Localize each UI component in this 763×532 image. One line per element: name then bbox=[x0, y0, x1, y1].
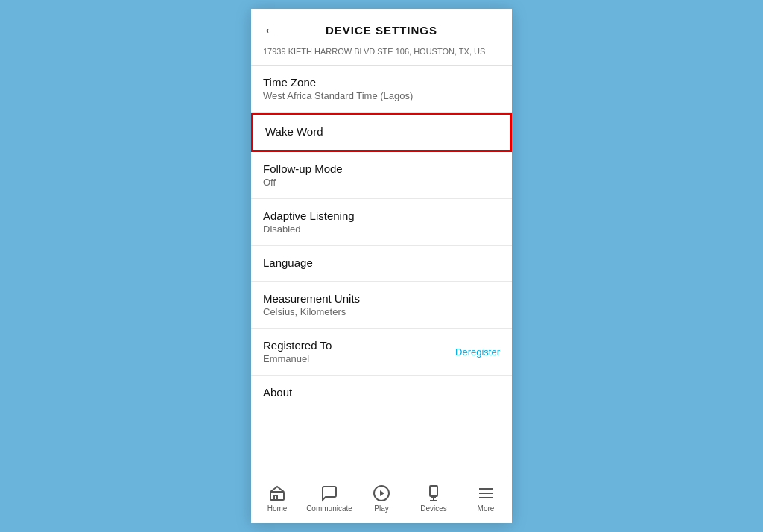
nav-communicate-label: Communicate bbox=[306, 504, 352, 513]
registered-to-title: Registered To bbox=[263, 339, 332, 352]
settings-item-registered-to[interactable]: Registered To Emmanuel Deregister bbox=[251, 329, 512, 376]
deregister-button[interactable]: Deregister bbox=[455, 346, 500, 358]
page-title: DEVICE SETTINGS bbox=[326, 24, 437, 37]
nav-item-communicate[interactable]: Communicate bbox=[303, 484, 355, 513]
nav-home-label: Home bbox=[267, 504, 288, 513]
settings-list: Time Zone West Africa Standard Time (Lag… bbox=[251, 66, 512, 475]
bottom-nav: Home Communicate Play Devices bbox=[251, 475, 512, 523]
svg-rect-4 bbox=[430, 486, 437, 496]
nav-item-devices[interactable]: Devices bbox=[408, 484, 460, 513]
nav-item-more[interactable]: More bbox=[460, 484, 512, 513]
back-button[interactable]: ← bbox=[263, 22, 278, 39]
settings-item-time-zone[interactable]: Time Zone West Africa Standard Time (Lag… bbox=[251, 66, 512, 113]
adaptive-listening-subtitle: Disabled bbox=[263, 224, 500, 235]
nav-item-play[interactable]: Play bbox=[355, 484, 408, 513]
nav-play-label: Play bbox=[374, 504, 388, 513]
devices-icon bbox=[425, 484, 443, 502]
measurement-units-subtitle: Celsius, Kilometers bbox=[263, 306, 500, 317]
settings-item-adaptive-listening[interactable]: Adaptive Listening Disabled bbox=[251, 199, 512, 246]
settings-item-follow-up-mode[interactable]: Follow-up Mode Off bbox=[251, 152, 512, 199]
device-address: 17939 KIETH HARROW BLVD STE 106, HOUSTON… bbox=[251, 44, 512, 66]
play-icon bbox=[373, 484, 390, 502]
about-title: About bbox=[263, 386, 500, 399]
time-zone-title: Time Zone bbox=[263, 76, 500, 89]
registered-to-subtitle: Emmanuel bbox=[263, 353, 332, 364]
time-zone-subtitle: West Africa Standard Time (Lagos) bbox=[263, 90, 500, 101]
svg-rect-1 bbox=[274, 495, 277, 500]
communicate-icon bbox=[320, 484, 338, 502]
adaptive-listening-title: Adaptive Listening bbox=[263, 209, 500, 222]
settings-item-about[interactable]: About bbox=[251, 376, 512, 411]
more-icon bbox=[477, 484, 495, 502]
nav-more-label: More bbox=[478, 504, 495, 513]
phone-container: ← DEVICE SETTINGS 17939 KIETH HARROW BLV… bbox=[251, 9, 512, 523]
svg-marker-3 bbox=[380, 490, 384, 496]
wake-word-title: Wake Word bbox=[265, 125, 498, 138]
header: ← DEVICE SETTINGS bbox=[251, 9, 512, 44]
follow-up-mode-title: Follow-up Mode bbox=[263, 162, 500, 175]
settings-item-wake-word[interactable]: Wake Word bbox=[251, 113, 512, 152]
home-icon bbox=[268, 484, 286, 502]
nav-item-home[interactable]: Home bbox=[251, 484, 303, 513]
follow-up-mode-subtitle: Off bbox=[263, 177, 500, 188]
language-title: Language bbox=[263, 256, 500, 269]
nav-devices-label: Devices bbox=[420, 504, 447, 513]
measurement-units-title: Measurement Units bbox=[263, 292, 500, 305]
settings-item-measurement-units[interactable]: Measurement Units Celsius, Kilometers bbox=[251, 282, 512, 329]
settings-item-language[interactable]: Language bbox=[251, 246, 512, 282]
